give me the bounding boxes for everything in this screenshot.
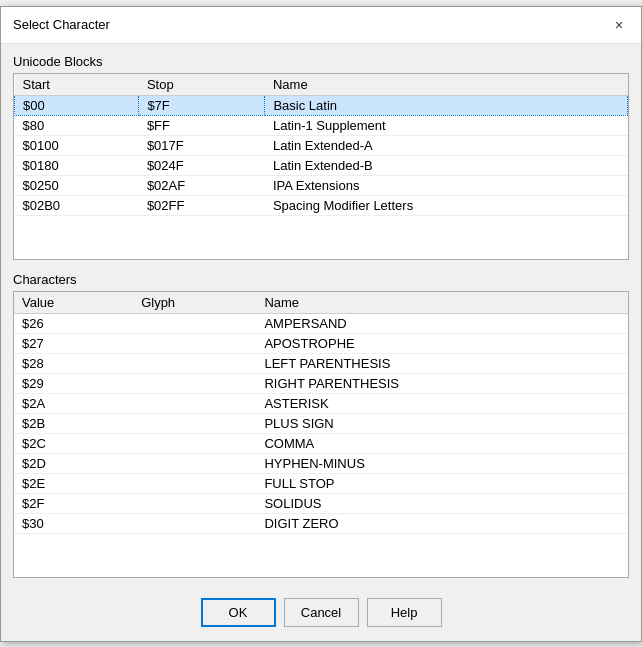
characters-table: Value Glyph Name $26AMPERSAND$27APOSTROP… xyxy=(14,292,628,534)
unicode-blocks-scroll[interactable]: Start Stop Name $00$7FBasic Latin$80$FFL… xyxy=(14,74,628,259)
close-button[interactable]: × xyxy=(609,15,629,35)
unicode-col-name: Name xyxy=(265,74,628,96)
char-col-name: Name xyxy=(256,292,628,314)
characters-label: Characters xyxy=(13,272,629,287)
unicode-blocks-table: Start Stop Name $00$7FBasic Latin$80$FFL… xyxy=(14,74,628,216)
unicode-blocks-label: Unicode Blocks xyxy=(13,54,629,69)
select-character-dialog: Select Character × Unicode Blocks Start … xyxy=(0,6,642,642)
dialog-body: Unicode Blocks Start Stop Name $00$7FBas… xyxy=(1,44,641,641)
help-button[interactable]: Help xyxy=(367,598,442,627)
characters-body: $26AMPERSAND$27APOSTROPHE$28LEFT PARENTH… xyxy=(14,313,628,533)
ok-button[interactable]: OK xyxy=(201,598,276,627)
char-col-value: Value xyxy=(14,292,133,314)
button-row: OK Cancel Help xyxy=(13,590,629,631)
table-row[interactable]: $2AASTERISK xyxy=(14,393,628,413)
table-row[interactable]: $30DIGIT ZERO xyxy=(14,513,628,533)
unicode-blocks-body: $00$7FBasic Latin$80$FFLatin-1 Supplemen… xyxy=(15,95,628,215)
characters-header-row: Value Glyph Name xyxy=(14,292,628,314)
dialog-title: Select Character xyxy=(13,17,110,32)
cancel-button[interactable]: Cancel xyxy=(284,598,359,627)
characters-scroll[interactable]: Value Glyph Name $26AMPERSAND$27APOSTROP… xyxy=(14,292,628,577)
table-row[interactable]: $2DHYPHEN-MINUS xyxy=(14,453,628,473)
unicode-col-stop: Stop xyxy=(139,74,265,96)
table-row[interactable]: $80$FFLatin-1 Supplement xyxy=(15,115,628,135)
table-row[interactable]: $2CCOMMA xyxy=(14,433,628,453)
characters-table-container: Value Glyph Name $26AMPERSAND$27APOSTROP… xyxy=(13,291,629,578)
table-row[interactable]: $00$7FBasic Latin xyxy=(15,95,628,115)
table-row[interactable]: $29RIGHT PARENTHESIS xyxy=(14,373,628,393)
title-bar: Select Character × xyxy=(1,7,641,44)
char-col-glyph: Glyph xyxy=(133,292,256,314)
table-row[interactable]: $26AMPERSAND xyxy=(14,313,628,333)
table-row[interactable]: $28LEFT PARENTHESIS xyxy=(14,353,628,373)
table-row[interactable]: $2BPLUS SIGN xyxy=(14,413,628,433)
table-row[interactable]: $0250$02AFIPA Extensions xyxy=(15,175,628,195)
table-row[interactable]: $2FSOLIDUS xyxy=(14,493,628,513)
table-row[interactable]: $2EFULL STOP xyxy=(14,473,628,493)
table-row[interactable]: $27APOSTROPHE xyxy=(14,333,628,353)
unicode-col-start: Start xyxy=(15,74,139,96)
table-row[interactable]: $0180$024FLatin Extended-B xyxy=(15,155,628,175)
table-row[interactable]: $02B0$02FFSpacing Modifier Letters xyxy=(15,195,628,215)
unicode-blocks-header-row: Start Stop Name xyxy=(15,74,628,96)
unicode-blocks-table-container: Start Stop Name $00$7FBasic Latin$80$FFL… xyxy=(13,73,629,260)
table-row[interactable]: $0100$017FLatin Extended-A xyxy=(15,135,628,155)
